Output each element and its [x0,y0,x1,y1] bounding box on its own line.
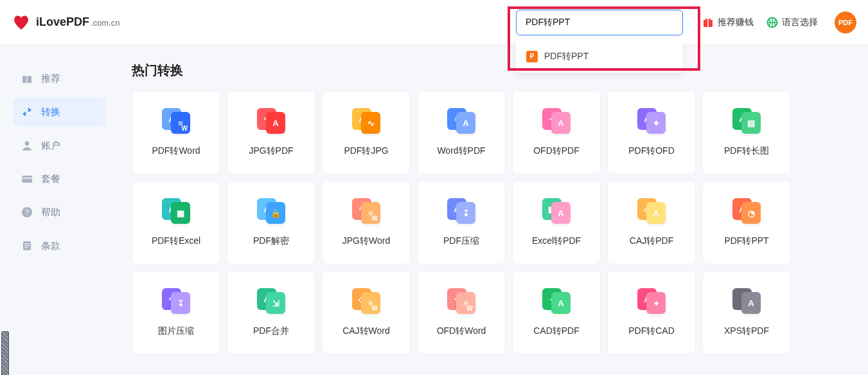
user-icon [21,139,33,152]
conversion-icon: A◔ [732,198,761,224]
conversion-card-label: PDF转OFD [628,145,675,157]
conversion-card[interactable]: AXPS转PDF [702,271,791,354]
svg-rect-6 [26,76,28,83]
conversion-icon: ✦A [542,108,571,134]
card-icon [21,172,33,185]
conversion-card[interactable]: ∿AJPG转PDF [227,91,315,174]
logo[interactable]: iLovePDF.com.cn [13,15,120,30]
svg-rect-14 [24,245,30,246]
conversion-card[interactable]: A▦PDF转Excel [132,181,220,264]
sidebar-item-label: 推荐 [41,73,60,85]
conversion-icon: A▦ [162,198,190,224]
conversion-card-label: CAJ转PDF [630,235,673,247]
globe-icon [766,17,778,28]
conversion-card-label: Excel转PDF [532,235,581,247]
svg-rect-15 [24,247,28,248]
conversion-card-label: PDF解密 [253,235,289,247]
conversion-card[interactable]: ✦≡WOFD转Word [417,271,506,354]
conversion-icon: ▦A [542,198,571,224]
gift-icon [21,72,33,85]
sidebar: 推荐转换账户套餐?帮助条款 [0,45,112,375]
svg-rect-8 [22,176,32,183]
conversion-card-label: PDF压缩 [443,235,479,247]
logo-text: iLovePDF.com.cn [36,15,120,29]
conversion-card[interactable]: ◇ACAJ转PDF [607,181,696,264]
sidebar-item-account[interactable]: 账户 [13,131,106,160]
conversion-card[interactable]: ✦AOFD转PDF [512,91,601,174]
svg-rect-2 [707,20,709,27]
conversion-card-label: CAD转PDF [533,325,580,337]
conversion-icon: ∿A [257,108,285,134]
topbar: iLovePDF.com.cn P PDF转PPT 推荐赚钱 语言选择 PDF [0,0,868,45]
conversion-card-label: 图片压缩 [158,325,194,337]
conversion-card-label: CAJ转Word [342,325,390,337]
sidebar-item-label: 条款 [41,240,60,252]
sidebar-item-label: 帮助 [41,206,60,219]
sidebar-item-help[interactable]: ?帮助 [13,198,106,226]
conversion-card-label: PDF转JPG [344,145,388,157]
language-link[interactable]: 语言选择 [766,17,818,28]
sidebar-item-convert[interactable]: 转换 [13,98,106,126]
conversion-card-label: PDF合并 [253,325,289,337]
conversion-card[interactable]: A≡WPDF转Word [132,91,220,174]
conversion-card-label: OFD转PDF [533,145,580,157]
svg-rect-9 [22,178,32,179]
conversion-card-label: PDF转Excel [152,235,200,247]
conversion-grid: A≡WPDF转Word∿AJPG转PDFA∿PDF转JPG≡WAWord转PDF… [132,91,849,354]
edge-widget [1,331,9,375]
conversion-card[interactable]: A↧PDF压缩 [417,181,506,264]
section-title: 热门转换 [132,62,849,79]
conversion-icon: A [732,288,761,314]
conversion-icon: ✦≡W [447,288,475,314]
ppt-icon: P [526,51,538,62]
conversion-icon: ≡WA [447,108,475,134]
conversion-icon: A≡W [162,108,190,134]
conversion-card[interactable]: A⌖PDF转CAD [607,271,696,354]
conversion-card[interactable]: ∿↧图片压缩 [132,271,220,354]
conversion-card[interactable]: A▤PDF转长图 [702,91,791,174]
search-input[interactable] [516,10,683,35]
conversion-icon: ∿≡W [352,198,380,224]
sidebar-item-label: 账户 [41,140,60,152]
conversion-icon: A↧ [447,198,475,224]
conversion-card-label: PDF转Word [152,145,200,157]
conversion-card[interactable]: ◇≡WCAJ转Word [322,271,411,354]
conversion-card[interactable]: ⌖ACAD转PDF [512,271,601,354]
search-area: P PDF转PPT [516,10,683,35]
avatar[interactable]: PDF [835,12,856,33]
conversion-card[interactable]: ∿≡WJPG转Word [322,181,411,264]
conversion-icon: ◇A [637,198,666,224]
conversion-icon: ◇≡W [352,288,380,314]
search-suggestions: P PDF转PPT [516,41,683,73]
language-label: 语言选择 [782,17,818,28]
heart-icon [13,15,30,30]
conversion-card-label: OFD转Word [437,325,486,337]
sidebar-item-label: 套餐 [41,173,60,185]
conversion-card-label: PDF转CAD [628,325,675,337]
earn-label: 推荐赚钱 [718,17,754,28]
earn-link[interactable]: 推荐赚钱 [702,17,754,28]
sidebar-item-terms[interactable]: 条款 [13,232,106,260]
conversion-card[interactable]: ▦AExcel转PDF [512,181,601,264]
conversion-card[interactable]: A🔒PDF解密 [227,181,315,264]
doc-icon [21,239,33,252]
conversion-icon: ∿↧ [162,288,190,314]
search-suggestion-item[interactable]: P PDF转PPT [516,46,683,68]
question-icon: ? [21,206,33,219]
conversion-card[interactable]: ≡WAWord转PDF [417,91,506,174]
conversion-card[interactable]: A⇲PDF合并 [227,271,315,354]
conversion-card[interactable]: A✦PDF转OFD [607,91,696,174]
svg-text:?: ? [25,208,29,216]
conversion-card-label: JPG转PDF [249,145,293,157]
conversion-icon: A▤ [732,108,761,134]
conversion-card-label: JPG转Word [342,235,390,247]
sidebar-item-recommend[interactable]: 推荐 [13,64,106,93]
conversion-card[interactable]: A∿PDF转JPG [322,91,411,174]
swap-icon [21,105,33,118]
conversion-icon: A∿ [352,108,380,134]
conversion-card[interactable]: A◔PDF转PPT [702,181,791,264]
conversion-icon: A⇲ [257,288,285,314]
conversion-card-label: PDF转长图 [724,145,769,157]
sidebar-item-plan[interactable]: 套餐 [13,165,106,193]
conversion-icon: A⌖ [637,288,666,314]
